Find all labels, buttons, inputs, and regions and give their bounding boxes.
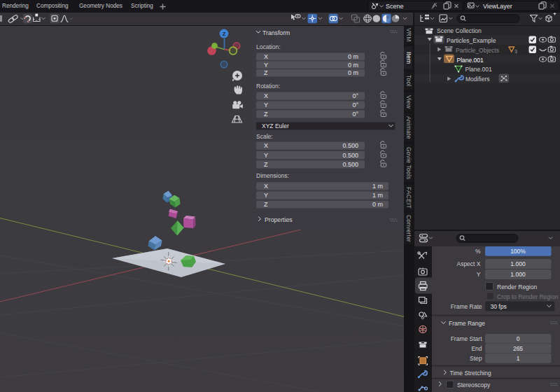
svg-text:Scene Collection: Scene Collection [437,27,482,34]
svg-text:Rotation:: Rotation: [256,83,280,90]
svg-text:Y: Y [264,102,268,108]
svg-text:X: X [264,142,268,149]
svg-text:Render Region: Render Region [497,284,537,290]
svg-text:0°: 0° [352,102,358,108]
svg-text:1 m: 1 m [372,192,383,199]
svg-text:X: X [264,53,268,60]
svg-text:Time Stretching: Time Stretching [450,370,491,377]
svg-text:XYZ Euler: XYZ Euler [262,122,289,130]
svg-text:End: End [471,345,482,352]
svg-text:0 m: 0 m [348,62,358,69]
svg-text:Modifiers: Modifiers [465,76,489,83]
svg-text:Plane.001: Plane.001 [457,57,484,64]
svg-text:X: X [264,92,268,99]
svg-text:Z: Z [223,31,226,37]
svg-text:Frame Rate: Frame Rate [451,303,482,310]
svg-text:Properties: Properties [265,216,293,223]
svg-text:%: % [475,248,481,255]
svg-text:Z: Z [264,111,268,118]
svg-text:0: 0 [517,335,520,342]
svg-text:Frame Start: Frame Start [451,335,483,342]
svg-text:1 m: 1 m [372,183,383,190]
svg-text:Stereoscopy: Stereoscopy [457,382,491,388]
svg-text:Aspect X: Aspect X [456,260,480,267]
svg-text:Dimensions:: Dimensions: [256,172,289,179]
svg-text:Transform: Transform [262,29,290,36]
svg-text:1.000: 1.000 [510,260,526,267]
svg-text:3: 3 [514,49,517,54]
svg-text:0 m: 0 m [372,201,383,208]
svg-text:Z: Z [264,69,268,76]
svg-text:Z: Z [264,161,268,168]
svg-text:Location:: Location: [256,43,281,50]
svg-text:0 m: 0 m [348,53,358,60]
svg-text:1.000: 1.000 [510,271,526,278]
svg-text:Z: Z [264,201,268,208]
svg-text:0.500: 0.500 [342,142,358,149]
svg-text:0.500: 0.500 [342,161,358,168]
svg-text:0.500: 0.500 [342,152,358,159]
svg-text:Particle_Objects: Particle_Objects [456,47,499,54]
svg-text:Particles_Example: Particles_Example [447,37,496,44]
svg-text:0°: 0° [352,111,358,118]
svg-text:265: 265 [513,345,523,352]
svg-text:Frame Range: Frame Range [449,320,485,327]
svg-text:Y: Y [264,62,268,69]
svg-text:Y: Y [477,271,481,278]
svg-text:Plane.001: Plane.001 [465,66,493,73]
svg-text:100%: 100% [510,248,526,255]
svg-text:ViewLayer: ViewLayer [483,3,512,10]
svg-text:Crop to Render Region: Crop to Render Region [497,293,559,300]
svg-text:Scene: Scene [386,3,404,10]
svg-text:Y: Y [264,152,268,159]
svg-text:0 m: 0 m [348,69,358,76]
svg-text:Step: Step [470,355,482,362]
svg-text:0°: 0° [352,92,358,99]
svg-text:Scale:: Scale: [256,133,273,140]
svg-text:Y: Y [264,192,268,199]
svg-text:X: X [264,183,268,190]
svg-text:30 fps: 30 fps [491,303,507,310]
svg-text:1: 1 [517,355,520,362]
